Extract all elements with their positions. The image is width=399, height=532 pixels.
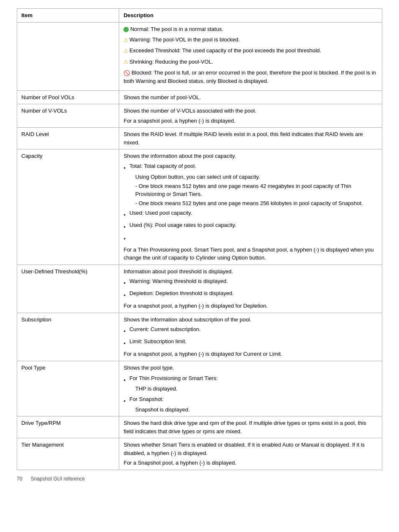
bullet-dot: • — [123, 376, 129, 385]
main-table: Item Description Normal: The pool is in … — [17, 8, 382, 470]
warning-icon: ⚠ — [123, 36, 128, 44]
table-row: Normal: The pool is in a normal status.⚠… — [17, 22, 382, 90]
table-row: Number of Pool VOLsShows the number of p… — [17, 90, 382, 104]
bullet-dot: • — [123, 223, 129, 231]
bullet-text: Limit: Subscription limit. — [129, 337, 187, 346]
status-line: ⚠Warning: The pool-VOL in the pool is bl… — [123, 36, 378, 44]
desc-cell: Shows the number of pool-VOL. — [119, 90, 382, 104]
desc-intro: Shows the pool type. — [123, 364, 378, 372]
bullet-text: Used: Used pool capacity. — [129, 209, 192, 217]
status-line: 🚫Blocked: The pool is full, or an error … — [123, 69, 378, 85]
desc-line: For a snapshot pool, a hyphen (-) is dis… — [123, 117, 378, 125]
table-row: Drive Type/RPMShows the hard disk drive … — [17, 416, 382, 438]
warning-icon: ⚠ — [123, 58, 128, 66]
desc-cell: Shows the RAID level. If multiple RAID l… — [119, 128, 382, 149]
pool-type-header: For Snapshot: — [129, 395, 164, 403]
bullet-dot: • — [123, 279, 129, 288]
item-cell: RAID Level — [17, 128, 119, 149]
desc-text: Shows the number of pool-VOL. — [123, 93, 378, 102]
desc-cell: Shows the information about the pool cap… — [119, 149, 382, 265]
desc-line: Shows whether Smart Tiers is enabled or … — [123, 441, 378, 457]
bullet-dot: • — [123, 327, 129, 336]
pool-type-body: THP is displayed. — [123, 385, 378, 393]
table-row: CapacityShows the information about the … — [17, 149, 382, 265]
status-line: Normal: The pool is in a normal status. — [123, 25, 378, 33]
desc-footer: For a snapshot pool, a hyphen (-) is dis… — [123, 350, 378, 358]
item-cell: Subscription — [17, 313, 119, 361]
table-row: SubscriptionShows the information about … — [17, 313, 382, 361]
bullet-dot: • — [123, 164, 129, 172]
bullet-text: Current: Current subscription. — [129, 325, 201, 334]
table-row: Tier ManagementShows whether Smart Tiers… — [17, 438, 382, 470]
item-cell: Number of Pool VOLs — [17, 90, 119, 104]
sub-text: - One block means 512 bytes and one page… — [123, 199, 378, 208]
desc-cell: Normal: The pool is in a normal status.⚠… — [119, 22, 382, 90]
desc-cell: Shows the information about subscription… — [119, 313, 382, 361]
col-header-item: Item — [17, 9, 119, 23]
bullet-dot: • — [123, 397, 129, 406]
page-footer: 70 Snapshot GUI reference — [17, 476, 382, 482]
pool-type-header: For Thin Provisioning or Smart Tiers: — [129, 374, 217, 383]
status-line: ⚠Exceeded Threshold: The used capacity o… — [123, 46, 378, 55]
desc-cell: Shows whether Smart Tiers is enabled or … — [119, 438, 382, 470]
desc-footer: For a Thin Provisioning pool, Smart Tier… — [123, 246, 378, 262]
desc-cell: Shows the pool type.•For Thin Provisioni… — [119, 361, 382, 416]
item-cell: Drive Type/RPM — [17, 416, 119, 438]
desc-cell: Information about pool threshold is disp… — [119, 265, 382, 313]
desc-intro: Shows the information about the pool cap… — [123, 152, 378, 160]
table-row: User-Defined Threshold(%)Information abo… — [17, 265, 382, 313]
normal-icon — [123, 27, 129, 32]
desc-line: For a Snapshot pool, a hyphen (-) is dis… — [123, 459, 378, 467]
item-cell — [17, 22, 119, 90]
footer-label: Snapshot GUI reference — [31, 476, 84, 482]
bullet-dot: • — [123, 235, 129, 243]
table-row: RAID LevelShows the RAID level. If multi… — [17, 128, 382, 149]
item-cell: User-Defined Threshold(%) — [17, 265, 119, 313]
bullet-text: Used (%): Pool usage rates to pool capac… — [129, 221, 236, 229]
bullet-dot: • — [123, 211, 129, 219]
desc-intro: Shows the information about subscription… — [123, 316, 378, 324]
desc-text: Shows the RAID level. If multiple RAID l… — [123, 130, 378, 146]
sub-text: - One block means 512 bytes and one page… — [123, 182, 378, 198]
item-cell: Tier Management — [17, 438, 119, 470]
page-number: 70 — [17, 476, 22, 482]
sub-text: Using Option button, you can select unit… — [123, 173, 378, 181]
item-cell: Number of V-VOLs — [17, 104, 119, 128]
pool-type-body: Snapshot is displayed. — [123, 406, 378, 414]
warning-icon: ⚠ — [123, 47, 128, 55]
desc-line: Shows the number of V-VOLs associated wi… — [123, 107, 378, 115]
item-cell: Pool Type — [17, 361, 119, 416]
bullet-text: Warning: Warning threshold is displayed. — [129, 277, 228, 285]
col-header-desc: Description — [119, 9, 382, 23]
status-line: ⚠Shrinking: Reducing the pool-VOL. — [123, 58, 378, 66]
bullet-dot: • — [123, 291, 129, 300]
desc-text: Shows the hard disk drive type and rpm o… — [123, 419, 378, 435]
bullet-text: Total: Total capacity of pool. — [129, 162, 196, 170]
desc-cell: Shows the number of V-VOLs associated wi… — [119, 104, 382, 128]
desc-cell: Shows the hard disk drive type and rpm o… — [119, 416, 382, 438]
blocked-icon: 🚫 — [123, 69, 130, 77]
table-row: Pool TypeShows the pool type.•For Thin P… — [17, 361, 382, 416]
bullet-text: Depletion: Depletion threshold is displa… — [129, 289, 233, 298]
bullet-dot: • — [123, 339, 129, 348]
item-cell: Capacity — [17, 149, 119, 265]
table-row: Number of V-VOLsShows the number of V-VO… — [17, 104, 382, 128]
desc-footer: For a snapshot pool, a hyphen (-) is dis… — [123, 302, 378, 310]
desc-intro: Information about pool threshold is disp… — [123, 267, 378, 276]
